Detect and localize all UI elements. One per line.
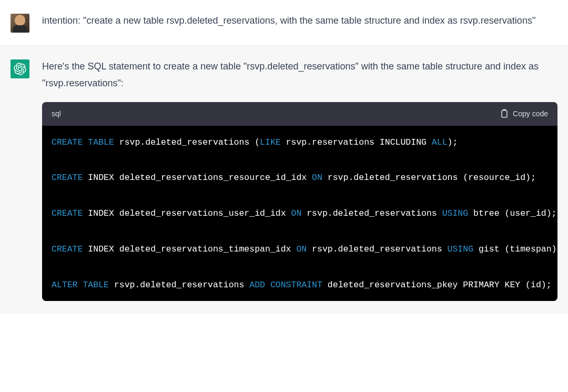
copy-code-label: Copy code	[513, 109, 548, 118]
svg-rect-0	[502, 110, 507, 117]
user-avatar	[11, 14, 29, 33]
assistant-message-content: Here's the SQL statement to create a new…	[42, 58, 557, 301]
code-content: CREATE TABLE rsvp.deleted_reservations (…	[52, 136, 548, 292]
assistant-avatar	[11, 59, 29, 78]
code-block: sql Copy code CREATE TABLE rsvp.deleted_…	[42, 102, 557, 301]
user-message-text: intention: "create a new table rsvp.dele…	[42, 13, 557, 33]
user-message-row: intention: "create a new table rsvp.dele…	[0, 0, 568, 45]
openai-logo-icon	[14, 63, 26, 75]
clipboard-icon	[500, 109, 509, 118]
copy-code-button[interactable]: Copy code	[500, 109, 548, 118]
code-language-label: sql	[52, 107, 61, 120]
code-header: sql Copy code	[42, 102, 557, 126]
assistant-message-row: Here's the SQL statement to create a new…	[0, 45, 568, 314]
code-body[interactable]: CREATE TABLE rsvp.deleted_reservations (…	[42, 126, 557, 301]
assistant-intro-text: Here's the SQL statement to create a new…	[42, 58, 557, 92]
